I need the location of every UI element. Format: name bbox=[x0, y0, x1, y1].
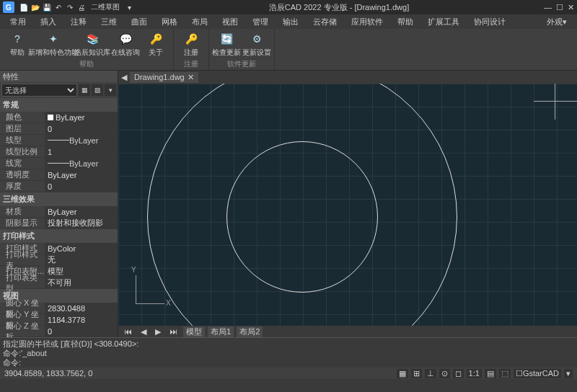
menu-item[interactable]: 插入 bbox=[33, 15, 63, 29]
close-tab-icon[interactable]: ✕ bbox=[188, 73, 194, 82]
menu-item[interactable]: 视图 bbox=[215, 15, 245, 29]
document-tab[interactable]: Drawing1.dwg✕ bbox=[130, 72, 198, 83]
property-value[interactable]: ByLayer bbox=[45, 206, 118, 217]
property-value[interactable]: ByLayer bbox=[45, 112, 118, 122]
menu-item[interactable]: 扩展工具 bbox=[420, 15, 467, 29]
save-icon[interactable]: 💾 bbox=[42, 2, 52, 12]
property-row[interactable]: 线宽 ByLayer bbox=[0, 158, 118, 169]
property-row[interactable]: 线型 ByLayer bbox=[0, 135, 118, 146]
property-row[interactable]: 透明度ByLayer bbox=[0, 169, 118, 181]
property-row[interactable]: 圆心 Z 坐标0 bbox=[0, 326, 118, 337]
workspace-label[interactable]: 二维草图 bbox=[88, 2, 123, 12]
menu-item[interactable]: 网格 bbox=[154, 15, 185, 29]
register-button[interactable]: 🔑注册 bbox=[177, 30, 206, 59]
menu-item[interactable]: 常用 bbox=[3, 15, 33, 29]
layout-tab[interactable]: 布局1 bbox=[208, 326, 234, 337]
knowledge-base-button[interactable]: 📚浩辰知识库 bbox=[75, 30, 110, 59]
help-icon: ? bbox=[10, 32, 25, 46]
property-value[interactable]: 不可用 bbox=[45, 277, 118, 288]
key-icon: 🔑 bbox=[184, 32, 198, 46]
redo-icon[interactable]: ↷ bbox=[65, 2, 75, 12]
undo-icon[interactable]: ↶ bbox=[53, 2, 63, 12]
circle-inner[interactable] bbox=[226, 141, 378, 293]
tab-first-icon[interactable]: ⏮ bbox=[121, 327, 135, 336]
osnap-toggle[interactable]: ◻ bbox=[453, 369, 464, 378]
expand-icon[interactable]: ▾ bbox=[564, 369, 573, 378]
property-section-header[interactable]: 三维效果 bbox=[0, 192, 118, 206]
selection-dropdown[interactable]: 无选择 bbox=[1, 84, 77, 97]
property-value[interactable]: ByLayer bbox=[45, 169, 118, 180]
property-value[interactable]: ByLayer bbox=[45, 135, 118, 146]
scale-toggle[interactable]: 1:1 bbox=[467, 369, 482, 378]
menu-item[interactable]: 管理 bbox=[245, 15, 276, 29]
ortho-toggle[interactable]: ⊥ bbox=[425, 369, 436, 378]
online-consult-button[interactable]: 💬在线咨询 bbox=[111, 30, 140, 59]
menu-item[interactable]: 输出 bbox=[276, 15, 306, 29]
property-row[interactable]: 打印表类型不可用 bbox=[0, 277, 118, 289]
menu-item[interactable]: 云存储 bbox=[306, 15, 344, 29]
menu-item[interactable]: 注释 bbox=[63, 15, 94, 29]
check-update-button[interactable]: 🔄检查更新 bbox=[212, 30, 241, 59]
property-value[interactable]: 0 bbox=[45, 326, 118, 337]
property-row[interactable]: 阴影显示投射和接收阴影 bbox=[0, 218, 118, 229]
window-title: 浩辰CAD 2022 专业版 - [Drawing1.dwg] bbox=[134, 2, 544, 13]
property-value[interactable]: 投射和接收阴影 bbox=[45, 218, 118, 228]
menu-item[interactable]: 曲面 bbox=[124, 15, 154, 29]
property-row[interactable]: 打印样式表无 bbox=[0, 254, 118, 266]
ribbon-group-help: ?帮助 ✦新增和特色功能 📚浩辰知识库 💬在线咨询 🔑关于 帮助 bbox=[0, 29, 174, 70]
tab-prev-icon[interactable]: ◀ bbox=[138, 327, 149, 337]
menu-item[interactable]: 布局 bbox=[185, 15, 215, 29]
property-value[interactable]: 1 bbox=[45, 146, 118, 157]
crosshair bbox=[555, 84, 555, 120]
select-icon[interactable]: ▦ bbox=[79, 84, 90, 96]
property-value[interactable]: 0 bbox=[45, 123, 118, 134]
maximize-icon[interactable]: ☐ bbox=[556, 3, 563, 12]
property-row[interactable]: 图层0 bbox=[0, 123, 118, 135]
print-icon[interactable]: 🖨 bbox=[76, 2, 87, 12]
property-section-header[interactable]: 常规 bbox=[0, 98, 118, 112]
polar-toggle[interactable]: ⊙ bbox=[439, 369, 450, 378]
grid-toggle[interactable]: ⊞ bbox=[411, 369, 422, 378]
new-features-button[interactable]: ✦新增和特色功能 bbox=[33, 30, 74, 59]
property-row[interactable]: 材质ByLayer bbox=[0, 206, 118, 218]
close-icon[interactable]: ✕ bbox=[568, 3, 574, 12]
command-prompt[interactable]: 命令: bbox=[3, 358, 574, 368]
help-button[interactable]: ?帮助 bbox=[3, 30, 32, 59]
ucs-y-label: Y bbox=[131, 266, 136, 274]
property-value[interactable]: 2830.0488 bbox=[45, 303, 118, 313]
property-value[interactable]: 0 bbox=[45, 181, 118, 192]
quick-select-icon[interactable]: ▨ bbox=[92, 84, 103, 96]
menu-item[interactable]: 帮助 bbox=[390, 15, 420, 29]
appearance-menu[interactable]: 外观▾ bbox=[539, 15, 574, 29]
about-button[interactable]: 🔑关于 bbox=[141, 30, 170, 59]
layout-tab-model[interactable]: 模型 bbox=[183, 326, 205, 337]
minimize-icon[interactable]: — bbox=[544, 3, 552, 12]
update-settings-button[interactable]: ⚙更新设置 bbox=[242, 30, 271, 59]
property-value[interactable]: ByLayer bbox=[45, 158, 118, 169]
dropdown-icon[interactable]: ▾ bbox=[124, 2, 134, 12]
tab-prev-icon[interactable]: ◀ bbox=[121, 73, 127, 82]
layout-tab[interactable]: 布局2 bbox=[237, 326, 263, 337]
command-line[interactable]: 指定圆的半径或 [直径(D)] <308.0490>: 命令:'_about 命… bbox=[0, 337, 577, 368]
tab-next-icon[interactable]: ▶ bbox=[152, 327, 164, 337]
property-row[interactable]: 厚度0 bbox=[0, 181, 118, 192]
drawing-canvas[interactable]: Y X bbox=[118, 84, 577, 326]
property-value[interactable]: 无 bbox=[45, 254, 118, 265]
model-toggle[interactable]: ⬚ bbox=[499, 369, 511, 378]
property-value[interactable]: ByColor bbox=[45, 243, 118, 254]
more-icon[interactable]: ▾ bbox=[105, 84, 116, 96]
open-icon[interactable]: 📂 bbox=[30, 2, 40, 12]
menu-item[interactable]: 协同设计 bbox=[467, 15, 513, 29]
new-icon[interactable]: 📄 bbox=[19, 2, 29, 12]
property-value[interactable]: 1184.3778 bbox=[45, 314, 118, 325]
property-row[interactable]: 颜色ByLayer bbox=[0, 112, 118, 123]
ribbon-group-label: 注册 bbox=[184, 59, 198, 69]
lineweus-to(le[interactable]: ▤ bbox=[485, 369, 496, 378]
menu-item[interactable]: 应用软件 bbox=[344, 15, 390, 29]
property-section-header[interactable]: 打印样式 bbox=[0, 229, 118, 243]
snap-toggle[interactable]: ▦ bbox=[397, 369, 408, 378]
property-row[interactable]: 线型比例1 bbox=[0, 146, 118, 158]
property-value[interactable]: 模型 bbox=[45, 266, 118, 277]
menu-item[interactable]: 三维 bbox=[94, 15, 124, 29]
tab-last-icon[interactable]: ⏭ bbox=[167, 327, 180, 336]
